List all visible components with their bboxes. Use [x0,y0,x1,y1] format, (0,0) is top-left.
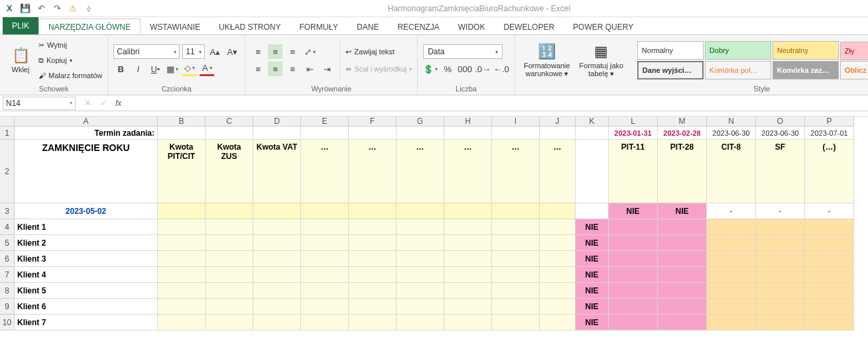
cell[interactable] [206,235,253,251]
col-header[interactable]: M [658,117,707,126]
cell[interactable] [397,235,444,251]
cell[interactable] [756,267,805,283]
col-header[interactable]: A [15,117,158,126]
select-all-corner[interactable] [0,117,15,126]
row-header[interactable]: 4 [0,219,15,235]
cell[interactable]: 2023-05-02 [15,203,158,219]
cell[interactable] [540,203,576,219]
cell[interactable] [301,251,349,267]
cell[interactable] [540,126,576,140]
spreadsheet-grid[interactable]: ABCDEFGHIJKLMNOP1Termin zadania:2023-01-… [0,117,868,330]
cell[interactable]: NIE [609,203,658,219]
cell[interactable] [397,315,444,330]
cell[interactable] [805,299,854,315]
copy-button[interactable]: ⧉Kopiuj▾ [38,53,102,68]
col-header[interactable]: L [609,117,658,126]
cell[interactable]: 2023-07-01 [805,126,854,140]
cell[interactable]: NIE [576,267,609,283]
cell[interactable] [206,203,253,219]
cell[interactable] [301,235,349,251]
cell[interactable] [540,315,576,330]
col-header[interactable]: B [158,117,206,126]
underline-button[interactable]: U▾ [148,62,162,76]
increase-decimal-icon[interactable]: .0→ [475,62,491,76]
cell[interactable] [609,267,658,283]
row-header[interactable]: 5 [0,235,15,251]
cell[interactable] [301,267,349,283]
cell[interactable] [158,219,206,235]
cell[interactable] [540,235,576,251]
cell[interactable] [658,299,707,315]
cell[interactable] [444,251,492,267]
cell[interactable] [444,219,492,235]
cell[interactable] [609,299,658,315]
col-header[interactable]: P [805,117,854,126]
cell[interactable] [158,299,206,315]
col-header[interactable]: F [349,117,397,126]
cell[interactable] [576,140,609,203]
cell[interactable] [492,126,540,140]
cell[interactable] [349,299,397,315]
cell[interactable] [492,251,540,267]
cell[interactable]: - [756,203,805,219]
cell[interactable] [805,315,854,330]
cell[interactable]: Klient 4 [15,267,158,283]
cell[interactable]: NIE [576,315,609,330]
cell[interactable] [707,251,756,267]
row-header[interactable]: 6 [0,251,15,267]
cell[interactable] [397,126,444,140]
number-format-select[interactable]: Data [423,44,503,59]
tab-data[interactable]: DANE [347,19,388,34]
row-header[interactable]: 2 [0,140,15,203]
cell[interactable]: Termin zadania: [15,126,158,140]
cell[interactable] [397,219,444,235]
increase-font-icon[interactable]: A▴ [208,44,222,59]
cell[interactable]: Klient 2 [15,235,158,251]
col-header[interactable]: E [301,117,349,126]
style-good[interactable]: Dobry [705,41,771,60]
cell[interactable] [756,235,805,251]
cell[interactable] [158,315,206,330]
cell[interactable] [492,299,540,315]
col-header[interactable]: H [444,117,492,126]
cell[interactable] [756,219,805,235]
cell[interactable]: - [805,203,854,219]
merge-center-button[interactable]: ⬌Scal i wyśrodkuj▾ [345,62,412,76]
row-header[interactable]: 8 [0,283,15,299]
cell[interactable]: - [707,203,756,219]
cell[interactable] [658,251,707,267]
decrease-decimal-icon[interactable]: ←.0 [493,62,509,76]
cell[interactable] [658,283,707,299]
warning-icon[interactable]: ⚠ [68,3,78,14]
cell[interactable]: 2023-02-28 [658,126,707,140]
cell[interactable] [301,299,349,315]
cell[interactable] [540,283,576,299]
percent-format-icon[interactable]: % [440,62,455,76]
cell[interactable] [206,267,253,283]
borders-button[interactable]: ▦ [165,62,180,76]
cell[interactable]: Kwota VAT [253,140,301,203]
cell[interactable] [158,235,206,251]
fx-icon[interactable]: fx [115,99,121,108]
cell[interactable] [756,299,805,315]
cell[interactable] [253,315,301,330]
cell[interactable]: … [492,140,540,203]
tab-insert[interactable]: WSTAWIANIE [141,19,210,34]
cell[interactable] [609,283,658,299]
style-output[interactable]: Dane wyjści… [637,61,704,79]
style-bad[interactable]: Zły [840,42,868,60]
cell[interactable] [158,251,206,267]
col-header[interactable]: G [397,117,444,126]
cell[interactable] [492,267,540,283]
cell[interactable] [805,235,854,251]
touch-mode-icon[interactable]: ⎀ [84,3,94,14]
align-left-icon[interactable]: ≡ [251,62,265,76]
redo-icon[interactable]: ↷ [52,3,62,14]
cell[interactable] [206,299,253,315]
cell[interactable]: Klient 7 [15,315,158,330]
row-header[interactable]: 3 [0,203,15,219]
cell[interactable] [492,203,540,219]
tab-powerquery[interactable]: POWER QUERY [564,19,643,34]
format-as-table-button[interactable]: ▦ Formatuj jako tabelę ▾ [576,42,627,79]
cell[interactable] [658,219,707,235]
